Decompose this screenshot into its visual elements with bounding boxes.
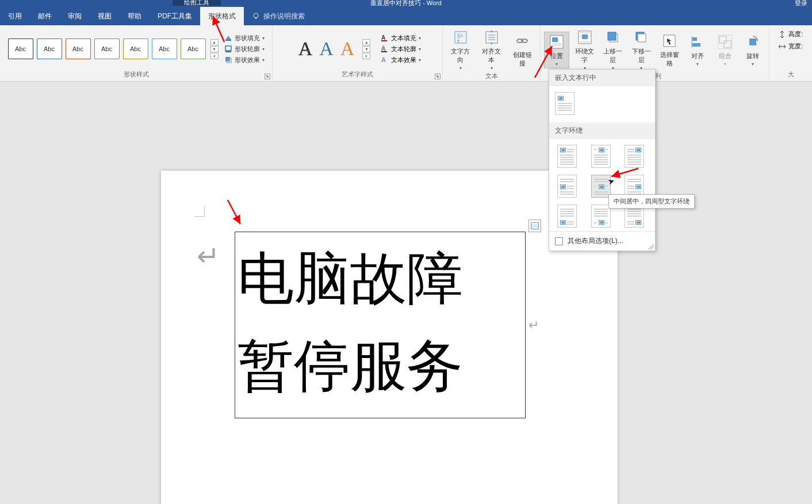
group-button[interactable]: 组合 ▾ [713, 32, 738, 68]
gallery-scroll[interactable]: ▲ ▼ ▾ [210, 39, 219, 59]
position-dropdown-panel: 嵌入文本行中 文字环绕 其他布局选项(L)... [549, 69, 656, 251]
width-label: 宽度: [788, 42, 803, 51]
text-effects-button[interactable]: A 文本效果 ▾ [381, 56, 421, 64]
chevron-down-icon: ▾ [262, 36, 265, 41]
gallery-up-button[interactable]: ▲ [210, 39, 219, 45]
dialog-launcher-icon[interactable]: ⬊ [435, 74, 441, 79]
wordart-gallery[interactable]: A A A ▲ ▼ ▾ [294, 38, 376, 60]
send-backward-icon [633, 29, 650, 46]
wrap-text-button[interactable]: 环绕文字 ▾ [572, 28, 597, 72]
margin-corner-tl [194, 206, 205, 217]
text-fill-button[interactable]: A 文本填充 ▾ [381, 34, 421, 43]
svg-rect-29 [724, 41, 731, 48]
tab-references[interactable]: 引用 [0, 7, 30, 25]
svg-rect-22 [608, 32, 616, 40]
tab-shape-format[interactable]: 形状格式 [200, 7, 244, 25]
text-fill-icon: A [381, 34, 389, 42]
height-input-row[interactable]: 高度: [778, 30, 803, 39]
more-layout-options[interactable]: 其他布局选项(L)... [549, 231, 655, 251]
wordart-style-2[interactable]: A [319, 38, 334, 60]
selection-pane-button[interactable]: 选择窗格 [657, 31, 683, 69]
group-text: ||A 文字方向 ▾ 对齐文本 ▾ 创建链接 文本 [443, 25, 541, 81]
link-icon [514, 32, 531, 49]
wordart-style-1[interactable]: A [298, 38, 313, 60]
shape-effects-button[interactable]: 形状效果 ▾ [224, 56, 265, 64]
align-icon [689, 33, 706, 51]
tab-view[interactable]: 视图 [90, 7, 120, 25]
gallery-more-button[interactable]: ▾ [362, 53, 370, 59]
tell-me-label: 操作说明搜索 [263, 11, 305, 21]
shape-style-1[interactable]: Abc [8, 39, 33, 59]
text-fill-label: 文本填充 [391, 34, 416, 43]
gallery-up-button[interactable]: ▲ [362, 39, 370, 45]
align-label: 对齐 [691, 52, 704, 60]
position-label: 位置 [550, 52, 563, 60]
bring-forward-button[interactable]: 上移一层 ▾ [600, 28, 626, 72]
wordart-style-3[interactable]: A [340, 38, 355, 60]
shape-outline-button[interactable]: 形状轮廓 ▾ [224, 45, 265, 53]
shape-style-5[interactable]: Abc [123, 39, 148, 59]
svg-rect-1 [255, 18, 257, 19]
gallery-down-button[interactable]: ▼ [362, 46, 370, 52]
width-input-row[interactable]: 宽度: [778, 42, 803, 51]
layout-options-button[interactable] [528, 220, 541, 232]
send-backward-button[interactable]: 下移一层 ▾ [629, 28, 654, 72]
gallery-more-button[interactable]: ▾ [210, 53, 219, 59]
position-top-right[interactable] [625, 145, 644, 168]
align-text-button[interactable]: 对齐文本 ▾ [477, 28, 506, 72]
group-label: 组合 [719, 52, 731, 60]
shape-style-3[interactable]: Abc [66, 39, 91, 59]
position-top-center[interactable] [591, 145, 611, 168]
svg-rect-27 [692, 43, 700, 47]
document-area[interactable]: ↵ 电脑故障 暂停服务 ↵ [0, 82, 812, 504]
position-inline[interactable] [555, 92, 574, 115]
layout-options-icon [531, 222, 539, 229]
wordart-gallery-scroll[interactable]: ▲ ▼ ▾ [362, 39, 370, 59]
shape-style-7[interactable]: Abc [181, 39, 206, 59]
group-label-wordart: 艺术字样式 [276, 70, 439, 80]
align-button[interactable]: 对齐 ▾ [685, 32, 710, 68]
wrap-text-icon [576, 29, 593, 46]
shape-fill-button[interactable]: 形状填充 ▾ [224, 34, 265, 43]
text-outline-button[interactable]: A 文本轮廓 ▾ [381, 45, 421, 53]
svg-text:A: A [381, 56, 386, 63]
tab-pdf-tools[interactable]: PDF工具集 [150, 7, 200, 25]
position-bottom-center[interactable] [591, 205, 611, 228]
position-bottom-left[interactable] [557, 205, 577, 228]
shape-style-gallery[interactable]: Abc Abc Abc Abc Abc Abc Abc ▲ ▼ ▾ [8, 39, 219, 59]
shape-style-2[interactable]: Abc [37, 39, 62, 59]
paragraph-mark-icon: ↵ [528, 318, 539, 333]
tab-review[interactable]: 审阅 [60, 7, 90, 25]
tell-me-search[interactable]: 操作说明搜索 [244, 11, 313, 21]
dialog-launcher-icon[interactable]: ⬊ [265, 74, 270, 79]
gallery-down-button[interactable]: ▼ [210, 46, 219, 52]
text-direction-icon: ||A [452, 29, 469, 46]
shape-style-4[interactable]: Abc [94, 39, 120, 59]
sign-in-button[interactable]: 登录 [795, 0, 807, 7]
tab-help[interactable]: 帮助 [120, 7, 150, 25]
rotate-button[interactable]: 旋转 ▾ [740, 32, 765, 68]
svg-text:A: A [381, 34, 385, 41]
section-wrap-label: 文字环绕 [549, 122, 655, 139]
text-line-1: 电脑故障 [238, 236, 523, 323]
chevron-down-icon: ▾ [419, 47, 421, 52]
position-middle-left[interactable] [557, 175, 577, 198]
group-label-text: 文本 [446, 72, 537, 82]
create-link-button[interactable]: 创建链接 [508, 31, 537, 69]
text-direction-button[interactable]: ||A 文字方向 ▾ [446, 28, 475, 72]
text-box[interactable]: 电脑故障 暂停服务 ↵ [235, 232, 526, 418]
svg-rect-30 [718, 35, 732, 49]
text-controls: A 文本填充 ▾ A 文本轮廓 ▾ A 文本效果 ▾ [377, 34, 421, 64]
position-button[interactable]: 位置 ▾ [544, 32, 569, 68]
svg-rect-4 [225, 51, 231, 52]
panel-resize-grip[interactable] [648, 244, 654, 249]
svg-rect-26 [692, 37, 697, 41]
position-top-left[interactable] [557, 145, 577, 168]
svg-rect-18 [552, 37, 558, 42]
text-box-content[interactable]: 电脑故障 暂停服务 [235, 232, 525, 410]
shape-style-6[interactable]: Abc [152, 39, 177, 59]
chevron-down-icon: ▾ [262, 47, 265, 52]
tab-mailings[interactable]: 邮件 [30, 7, 60, 25]
height-label: 高度: [788, 30, 803, 39]
shape-effects-icon [224, 56, 232, 64]
